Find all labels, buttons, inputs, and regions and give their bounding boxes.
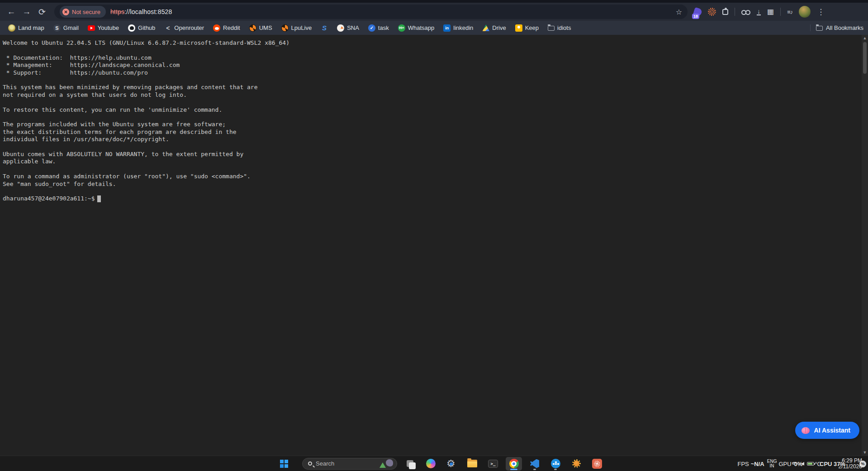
bookmark-item-whatsapp[interactable]: 99+Whatsapp: [394, 23, 438, 33]
taskbar-search[interactable]: Search: [302, 458, 397, 470]
menu-kebab-icon[interactable]: ⋮: [817, 7, 825, 17]
starburst-icon: [592, 459, 602, 469]
terminal-line: Welcome to Ubuntu 22.04.5 LTS (GNU/Linux…: [3, 39, 868, 47]
media-controls-icon[interactable]: ≡♪: [787, 9, 792, 15]
security-chip[interactable]: ✕ Not secure: [60, 6, 106, 18]
system-tray: FPS ~N/A ENG IN GPU 0% °C 6:29 PM 2/11/2…: [737, 456, 866, 471]
terminal-line: [3, 166, 868, 173]
glasses-icon[interactable]: [741, 9, 750, 14]
task-view-taskbar-button[interactable]: [402, 457, 418, 471]
terminal-line: [3, 188, 868, 195]
reload-button[interactable]: ⟳: [34, 4, 50, 19]
forward-button[interactable]: →: [19, 4, 34, 19]
downloads-icon[interactable]: ↓: [757, 9, 761, 15]
bookmark-item-drive[interactable]: Drive: [479, 23, 509, 33]
toolbar-right-group: 18 ↓ ▦ ≡♪ ⋮: [694, 6, 825, 18]
grid-panel-icon[interactable]: ▦: [767, 8, 774, 15]
battery-icon[interactable]: [807, 462, 814, 466]
bookmark-item-ums[interactable]: UMS: [246, 23, 276, 33]
windows-logo-icon: [280, 460, 288, 468]
bookmark-item-linkedin[interactable]: inlinkedin: [440, 23, 477, 33]
bookmark-item-idiots[interactable]: idiots: [544, 23, 574, 33]
bookmark-label: task: [378, 24, 389, 31]
copilot-taskbar-button[interactable]: [422, 457, 439, 471]
vscode-icon: [530, 459, 539, 468]
land-map-icon: [8, 24, 15, 32]
terminal-output[interactable]: Welcome to Ubuntu 22.04.5 LTS (GNU/Linux…: [0, 35, 868, 203]
terminal-line: This system has been minimized by removi…: [3, 84, 868, 91]
bookmark-item-keep[interactable]: Keep: [512, 23, 542, 33]
terminal-line: * Management: https://landscape.canonica…: [3, 62, 868, 69]
language-line2: IN: [770, 464, 774, 468]
settings-taskbar-button[interactable]: [443, 457, 460, 471]
terminal-line: not required on a system that users do n…: [3, 91, 868, 99]
starburst-taskbar-button[interactable]: [589, 457, 605, 471]
scroll-down-icon[interactable]: ▼: [863, 449, 867, 456]
scroll-up-icon[interactable]: ▲: [863, 35, 867, 41]
terminal-line: The programs included with the Ubuntu sy…: [3, 121, 868, 128]
docker-icon: [551, 459, 560, 468]
all-bookmarks-button[interactable]: All Bookmarks: [810, 24, 863, 31]
chrome-taskbar-button[interactable]: [506, 457, 522, 471]
start-button[interactable]: [276, 457, 292, 471]
scrollbar-thumb[interactable]: [863, 42, 867, 74]
bookmark-item-lpulive[interactable]: LpuLive: [278, 23, 316, 33]
reddit-icon: [213, 24, 220, 32]
bookmark-item-reddit[interactable]: Reddit: [209, 23, 244, 33]
bookmark-item-youtube[interactable]: Youtube: [84, 23, 123, 33]
sun-taskbar-button[interactable]: [568, 457, 584, 471]
bookmark-label: linkedin: [453, 24, 473, 31]
all-bookmarks-label: All Bookmarks: [826, 24, 863, 31]
terminal-line: [3, 76, 868, 84]
sna-icon: [337, 24, 344, 32]
ai-assistant-button[interactable]: AI Assistant: [795, 422, 859, 439]
terminal-line: * Support: https://ubuntu.com/pro: [3, 69, 868, 76]
clock-area[interactable]: 6:29 PM 2/11/2026 CPU 37%: [826, 457, 862, 471]
bookmark-item-openrouter[interactable]: <Openrouter: [161, 23, 208, 33]
gpu-monitor: GPU 0%: [778, 461, 805, 467]
extension-purple-icon[interactable]: 18: [694, 8, 702, 16]
cpu-monitor: CPU 37%: [820, 461, 845, 467]
windows-taskbar: Search >_ FPS ~N/A ENG IN GPU 0% °C 6:29…: [0, 456, 868, 471]
volume-icon[interactable]: [801, 462, 804, 466]
vscode-taskbar-button[interactable]: [526, 457, 543, 471]
url-protocol: https: [110, 8, 124, 15]
extension-starburst-icon[interactable]: [708, 8, 716, 16]
s-blue-icon: S: [321, 24, 328, 32]
bookmark-label: Land map: [18, 24, 44, 31]
youtube-icon: [88, 25, 95, 31]
bookmark-item-sna[interactable]: SNA: [333, 23, 363, 33]
extension-badge: 18: [692, 14, 699, 19]
folder-icon: [816, 26, 823, 31]
address-bar[interactable]: ✕ Not secure https://localhost:8528 ☆: [54, 5, 688, 19]
terminal-line: * Documentation: https://help.ubuntu.com: [3, 54, 868, 62]
docker-taskbar-button[interactable]: [547, 457, 564, 471]
fps-label: FPS: [737, 461, 749, 467]
terminal-prompt-line[interactable]: dharuna457@24e07902a611:~$: [3, 195, 868, 202]
bookmark-label: Drive: [492, 24, 506, 31]
ai-assistant-label: AI Assistant: [814, 427, 850, 434]
bookmark-item-land-map[interactable]: Land map: [5, 23, 48, 33]
keep-icon: [515, 24, 522, 32]
bookmark-item-github[interactable]: Github: [124, 23, 159, 33]
bookmark-star-icon[interactable]: ☆: [676, 8, 682, 16]
terminal-app-taskbar-button[interactable]: >_: [485, 457, 501, 471]
back-button[interactable]: ←: [4, 4, 19, 19]
copilot-icon: [426, 459, 436, 468]
chrome-icon: [509, 459, 519, 468]
bookmark-item-gmail[interactable]: SGmail: [50, 23, 82, 33]
browser-toolbar: ← → ⟳ ✕ Not secure https://localhost:852…: [0, 3, 868, 21]
profile-avatar[interactable]: [799, 6, 811, 18]
task-icon: ✓: [368, 24, 375, 32]
wifi-icon[interactable]: [791, 462, 796, 466]
explorer-taskbar-button[interactable]: [464, 457, 480, 471]
terminal-prompt: dharuna457@24e07902a611:~$: [3, 195, 95, 202]
lpulive-icon: [281, 24, 289, 32]
bookmark-label: LpuLive: [291, 24, 312, 31]
extensions-puzzle-icon[interactable]: [722, 9, 728, 15]
page-scrollbar[interactable]: ▲ ▼: [862, 35, 868, 456]
taskbar-apps: Search >_: [276, 457, 605, 471]
bookmark-item-s-blue[interactable]: S: [317, 23, 332, 33]
bookmark-item-task[interactable]: ✓task: [365, 23, 393, 33]
language-indicator[interactable]: ENG IN: [767, 459, 777, 468]
